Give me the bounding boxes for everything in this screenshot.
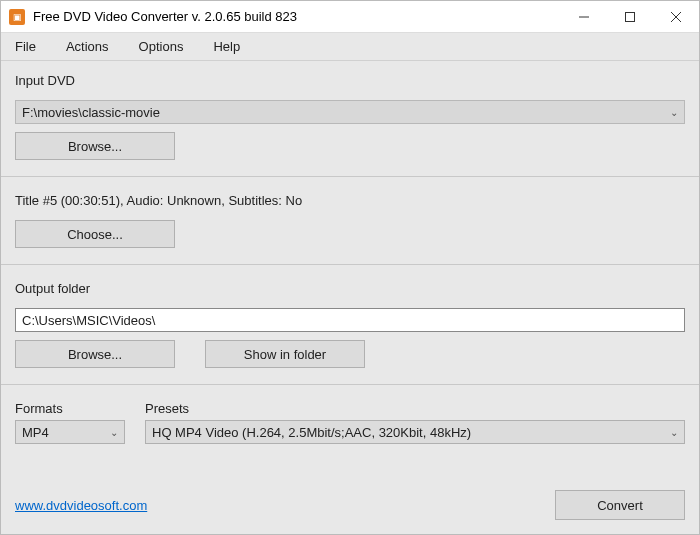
input-dvd-label: Input DVD [15, 73, 685, 88]
chevron-down-icon: ⌄ [670, 107, 678, 118]
divider [1, 264, 699, 265]
output-folder-value: C:\Users\MSIC\Videos\ [22, 313, 155, 328]
svg-rect-1 [626, 12, 635, 21]
menu-actions[interactable]: Actions [60, 35, 115, 58]
convert-button[interactable]: Convert [555, 490, 685, 520]
content-area: Input DVD F:\movies\classic-movie ⌄ Brow… [1, 61, 699, 476]
input-dvd-dropdown[interactable]: F:\movies\classic-movie ⌄ [15, 100, 685, 124]
maximize-button[interactable] [607, 1, 653, 32]
format-row: Formats MP4 ⌄ Presets HQ MP4 Video (H.26… [15, 401, 685, 444]
formats-label: Formats [15, 401, 125, 416]
app-window: ▣ Free DVD Video Converter v. 2.0.65 bui… [0, 0, 700, 535]
show-in-folder-button[interactable]: Show in folder [205, 340, 365, 368]
window-controls [561, 1, 699, 32]
presets-label: Presets [145, 401, 685, 416]
title-info-summary: Title #5 (00:30:51), Audio: Unknown, Sub… [15, 193, 685, 208]
divider [1, 384, 699, 385]
footer: www.dvdvideosoft.com Convert [1, 476, 699, 534]
website-link[interactable]: www.dvdvideosoft.com [15, 498, 147, 513]
output-folder-input[interactable]: C:\Users\MSIC\Videos\ [15, 308, 685, 332]
menu-help[interactable]: Help [207, 35, 246, 58]
input-dvd-value: F:\movies\classic-movie [22, 105, 670, 120]
chevron-down-icon: ⌄ [670, 427, 678, 438]
formats-value: MP4 [22, 425, 104, 440]
titlebar: ▣ Free DVD Video Converter v. 2.0.65 bui… [1, 1, 699, 33]
divider [1, 176, 699, 177]
chevron-down-icon: ⌄ [110, 427, 118, 438]
close-button[interactable] [653, 1, 699, 32]
menu-options[interactable]: Options [133, 35, 190, 58]
minimize-button[interactable] [561, 1, 607, 32]
browse-input-button[interactable]: Browse... [15, 132, 175, 160]
menubar: File Actions Options Help [1, 33, 699, 61]
formats-dropdown[interactable]: MP4 ⌄ [15, 420, 125, 444]
menu-file[interactable]: File [9, 35, 42, 58]
app-icon: ▣ [9, 9, 25, 25]
presets-dropdown[interactable]: HQ MP4 Video (H.264, 2.5Mbit/s;AAC, 320K… [145, 420, 685, 444]
output-folder-label: Output folder [15, 281, 685, 296]
window-title: Free DVD Video Converter v. 2.0.65 build… [33, 9, 561, 24]
choose-button[interactable]: Choose... [15, 220, 175, 248]
presets-value: HQ MP4 Video (H.264, 2.5Mbit/s;AAC, 320K… [152, 425, 664, 440]
browse-output-button[interactable]: Browse... [15, 340, 175, 368]
